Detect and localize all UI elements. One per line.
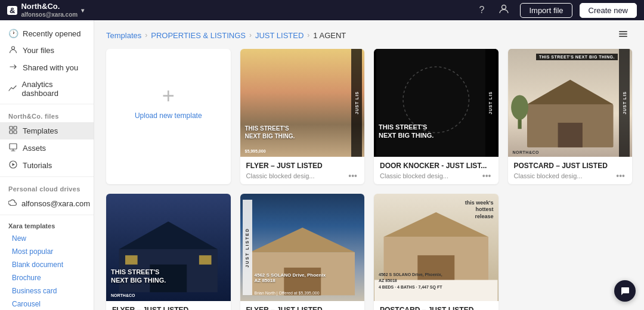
template-card-2[interactable]: THIS STREET'S NEXT BIG THING. JUST LIS N… [508,49,633,184]
brand-chevron-icon[interactable]: ▾ [81,7,84,14]
upload-template-card[interactable]: + Upload new template [106,49,231,184]
template-thumb-3: THIS STREET'SNEXT BIG THING. NORTH&CO [106,194,231,302]
templates-icon [8,126,18,136]
svg-rect-2 [10,126,13,129]
xara-template-business-card[interactable]: Business card [0,284,94,297]
svg-rect-25 [199,255,212,264]
thumb-tag-0: JUST LIS [351,49,362,157]
breadcrumb-just-listed[interactable]: JUST LISTED [255,31,304,40]
xara-template-brochure[interactable]: Brochure [0,271,94,284]
sidebar-item-tutorials[interactable]: Tutorials [0,157,94,174]
sidebar-item-templates[interactable]: Templates [0,122,94,140]
breadcrumb-templates[interactable]: Templates [106,31,141,40]
sidebar-item-analytics[interactable]: Analytics dashboard [0,76,94,101]
template-card-4[interactable]: JUST LISTED 4562 S SOLANO Drive, Phoenix… [240,194,365,310]
upload-area[interactable]: + Upload new template [106,49,231,157]
breadcrumb-sep-3: › [307,31,309,39]
brand-logo[interactable]: & North&Co. alfonsos@xara.com ▾ [7,2,84,18]
svg-marker-28 [250,227,355,252]
create-new-button[interactable]: Create new [580,3,637,18]
template-options-button-2[interactable]: ••• [615,171,626,181]
upload-label: Upload new template [135,111,202,120]
template-info-5: POSTCARD – JUST LISTED Classic blocked d… [374,301,499,310]
template-info-1: DOOR KNOCKER - JUST LIST... Classic bloc… [374,157,499,184]
sidebar-item-label: alfonsos@xara.com [21,199,90,208]
svg-rect-12 [376,49,496,157]
sidebar-item-label: Recently opened [23,29,81,38]
template-desc-0: Classic blocked desig... [246,172,348,179]
template-info-3: FLYER – JUST LISTED Classic blocked desi… [106,301,231,310]
template-desc-1: Classic blocked desig... [380,172,481,179]
svg-marker-22 [119,221,218,249]
sidebar-item-label: Shared with you [23,63,78,72]
thumb-tag-1: JUST LIS [485,49,496,157]
brand-info: North&Co. alfonsos@xara.com [21,2,78,18]
sidebar-item-personal-cloud[interactable]: alfonsos@xara.com [0,195,94,212]
svg-rect-24 [125,255,138,264]
sidebar-item-shared-with-you[interactable]: Shared with you [0,59,94,76]
svg-rect-5 [14,131,17,134]
template-options-button-0[interactable]: ••• [347,171,358,181]
help-button[interactable]: ? [476,4,488,17]
clock-icon: 🕐 [8,29,18,38]
analytics-icon [8,84,17,94]
svg-rect-3 [14,126,17,129]
sidebar-item-assets[interactable]: Assets [0,140,94,157]
template-grid: + Upload new template THIS STREET'SNEXT … [94,49,644,310]
template-title-5: POSTCARD – JUST LISTED [380,306,493,310]
template-title-3: FLYER – JUST LISTED [112,306,225,310]
account-button[interactable] [495,2,513,18]
svg-rect-6 [10,144,17,149]
svg-rect-4 [10,131,13,134]
template-title-0: FLYER – JUST LISTED [246,162,359,170]
xara-template-new[interactable]: New [0,232,94,245]
template-info-0: FLYER – JUST LISTED Classic blocked desi… [240,157,365,184]
chat-bubble[interactable] [614,280,636,302]
sidebar-item-your-files[interactable]: Your files [0,42,94,59]
main-layout: 🕐 Recently opened Your files Shared with… [0,20,644,310]
template-thumb-0: THIS STREET'SNEXT BIG THING. $5,995,000 … [240,49,365,157]
svg-rect-10 [619,33,627,35]
sidebar-item-label: Analytics dashboard [22,80,85,98]
sidebar: 🕐 Recently opened Your files Shared with… [0,20,94,310]
template-thumb-1: THIS STREET'SNEXT BIG THING. JUST LIS [374,49,499,157]
sidebar-divider [0,104,94,104]
svg-point-19 [511,95,528,119]
xara-template-most-popular[interactable]: Most popular [0,245,94,258]
template-meta-1: Classic blocked desig... ••• [380,171,493,181]
template-thumb-4: JUST LISTED 4562 S SOLANO Drive, Phoenix… [240,194,365,302]
template-meta-0: Classic blocked desig... ••• [246,171,359,181]
brand-name: North&Co. [21,2,78,11]
template-title-2: POSTCARD – JUST LISTED [514,162,627,170]
sidebar-item-label: Tutorials [23,161,52,170]
thumb-tag-2: JUST LIS [619,49,630,157]
template-card-5[interactable]: this week'shottestrelease 4562 S SOLANO … [374,194,499,310]
breadcrumb-properties[interactable]: PROPERTIES & LISTINGS [151,31,246,40]
sidebar-item-recently-opened[interactable]: 🕐 Recently opened [0,25,94,42]
xara-template-blank-document[interactable]: Blank document [0,258,94,271]
template-options-button-1[interactable]: ••• [481,171,493,181]
assets-icon [8,143,18,153]
breadcrumb-sep-2: › [249,31,252,39]
template-card-3[interactable]: THIS STREET'SNEXT BIG THING. NORTH&CO FL… [106,194,231,310]
brand-email: alfonsos@xara.com [21,11,78,18]
svg-rect-17 [558,123,582,147]
template-card-0[interactable]: THIS STREET'SNEXT BIG THING. $5,995,000 … [240,49,365,184]
brand-ampersand: & [7,6,17,15]
svg-marker-8 [13,163,16,166]
sidebar-divider-3 [0,215,94,215]
user-icon [8,45,18,55]
template-desc-2: Classic blocked desig... [514,172,615,179]
northco-section-label: North&Co. files [0,107,94,122]
sidebar-item-label: Templates [23,126,58,135]
import-file-button[interactable]: Import file [520,3,572,18]
sidebar-item-label: Assets [23,144,46,153]
personal-section-label: Personal cloud drives [0,179,94,195]
view-toggle-button[interactable] [614,27,632,43]
xara-template-carousel[interactable]: Carousel [0,297,94,310]
cloud-icon [8,199,17,209]
share-icon [8,63,18,73]
template-title-4: FLYER – JUST LISTED [246,306,359,310]
template-card-1[interactable]: THIS STREET'SNEXT BIG THING. JUST LIS DO… [374,49,499,184]
upload-plus-icon: + [162,85,175,107]
